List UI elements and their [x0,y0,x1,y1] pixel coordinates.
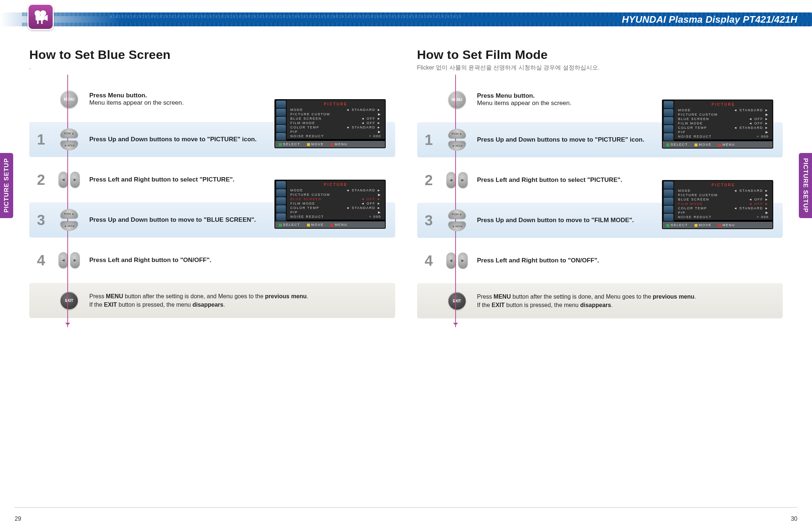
step-text-bold: Press Menu button. [89,92,269,99]
step-number: 2 [33,172,49,187]
column-film-mode: How to Set Film Mode Flicker 없이 사물의 윤곽선을… [417,48,783,324]
t: . [223,302,225,308]
step-text: Press Up and Down button to move to "BLU… [89,216,269,224]
pch-up-icon: P.CH ▲ [448,129,466,138]
side-tab-label: PICTURE SETUP [3,158,10,213]
step-intro: MENU Press Menu button. Menu items appea… [417,82,783,117]
updown-button-icon: P.CH ▲ P.CH ▼ [446,129,468,151]
step-text: Press Up and Down button to move to "FIL… [477,217,657,224]
flow-arrow [67,75,68,327]
t: . [611,302,613,308]
step-exit: EXIT Press MENU button after the setting… [29,283,395,318]
step-text-bold: Press Up and Down buttons to move to "PI… [477,136,644,143]
section-subtitle: . [29,64,395,71]
step-text-bold: Press Left and Right button to select "P… [89,176,235,183]
pch-down-icon: P.CH ▼ [448,141,466,151]
t: previous menu [653,293,695,300]
step-text-bold: Press Left and Right button to "ON/OFF". [89,257,211,263]
remote-menu-button: MENU [56,90,83,108]
remote-updown: P.CH ▲ P.CH ▼ [56,209,83,231]
movie-camera-icon [33,9,49,25]
t: Press [477,293,494,300]
t: MENU [494,293,511,300]
left-cap-icon: ◄ [59,172,68,188]
remote-exit-button: EXIT [444,292,471,310]
header-ribbon: 0101010101010100101010101010101001010101… [0,9,812,30]
leftright-button-icon: ◄ ► [57,251,81,270]
pch-up-icon: P.CH ▲ [448,209,466,219]
remote-leftright: ◄ ► [56,251,83,270]
menu-button-icon: MENU [60,90,78,108]
product-title: HYUNDAI Plasma Display PT421/421H [622,12,797,26]
remote-menu-button: MENU [444,91,471,108]
remote-updown: P.CH ▲ P.CH ▼ [56,128,83,150]
step-text: Press Left and Right button to select "P… [477,176,657,184]
section-title: How to Set Film Mode [417,48,783,62]
section-camera-icon [27,4,54,30]
updown-button-icon: P.CH ▲ P.CH ▼ [58,209,80,231]
t: disappears [580,302,611,308]
svg-rect-2 [35,15,44,20]
pch-down-icon: P.CH ▼ [60,141,78,150]
left-cap-icon: ◄ [59,252,68,268]
pch-up-icon: P.CH ▲ [60,209,78,218]
updown-button-icon: P.CH ▲ P.CH ▼ [446,209,468,231]
step-2: 2 ◄ ► Press Left and Right button to sel… [29,162,395,197]
step-text: Press Menu button. Menu items appear on … [477,92,657,107]
t: If the [89,302,104,308]
section-subtitle: Flicker 없이 사물의 윤곽선을 선명하게 시청하실 경우에 설정하십시오… [417,64,783,72]
t: button is pressed, the menu [505,302,580,308]
step-text-bold: Press Left and Right button to "ON/OFF". [477,257,599,264]
step-text: Press Menu button. Menu items appear on … [89,92,269,106]
leftright-button-icon: ◄ ► [445,251,469,270]
step-number: 1 [421,132,437,147]
t: . [307,293,308,299]
step-number: 3 [421,213,437,228]
pch-up-icon: P.CH ▲ [60,128,78,138]
t: button is pressed, the menu [117,302,192,308]
step-text-rest: Menu items appear on the screen. [477,100,572,106]
step-4: 4 ◄ ► Press Left and Right button to "ON… [417,243,783,278]
right-cap-icon: ► [70,172,80,188]
t: previous menu [265,293,307,299]
step-text: Press Up and Down buttons to move to "PI… [477,136,657,143]
step-number: 1 [33,132,49,147]
step-number: 4 [33,253,49,268]
step-text-bold: Press Up and Down buttons to move to "PI… [89,136,257,143]
step-text-bold: Press Left and Right button to select "P… [477,176,622,183]
ribbon-stripe: 0101010101010100101010101010101001010101… [0,12,812,26]
page-number-right: 30 [791,516,797,522]
page-number-left: 29 [15,516,21,522]
leftright-button-icon: ◄ ► [445,171,469,190]
side-tab-left: PICTURE SETUP [0,153,13,218]
updown-button-icon: P.CH ▲ P.CH ▼ [58,128,80,150]
step-exit: EXIT Press MENU button after the setting… [417,283,783,318]
remote-leftright: ◄ ► [444,171,471,190]
t: EXIT [104,302,117,308]
remote-exit-button: EXIT [56,292,83,309]
remote-leftright: ◄ ► [56,170,83,189]
t: button after the setting is done, and Me… [511,293,653,300]
side-tab-label: PICTURE SETUP [802,158,809,213]
svg-rect-5 [41,20,42,24]
right-cap-icon: ► [70,252,80,268]
t: If the [477,302,492,308]
left-cap-icon: ◄ [446,253,456,269]
remote-updown: P.CH ▲ P.CH ▼ [444,129,471,151]
step-text-bold: Press Up and Down button to move to "BLU… [89,216,256,223]
step-4: 4 ◄ ► Press Left and Right button to "ON… [29,243,395,278]
step-intro: MENU Press Menu button. Menu items appea… [29,82,395,117]
svg-rect-4 [37,20,38,24]
leftright-button-icon: ◄ ► [57,170,81,189]
section-title: How to Set Blue Screen [29,48,395,62]
t: disappears [192,302,223,308]
step-text-rest: Menu items appear on the screen. [89,99,184,106]
step-number: 2 [421,173,437,187]
side-tab-right: PICTURE SETUP [799,153,812,218]
exit-text: Press MENU button after the setting is d… [477,292,777,309]
content-columns: How to Set Blue Screen . MENU Press Menu… [29,48,783,324]
t: EXIT [492,302,505,308]
t: . [695,293,696,300]
footer-rule [15,507,797,508]
t: MENU [106,293,123,299]
